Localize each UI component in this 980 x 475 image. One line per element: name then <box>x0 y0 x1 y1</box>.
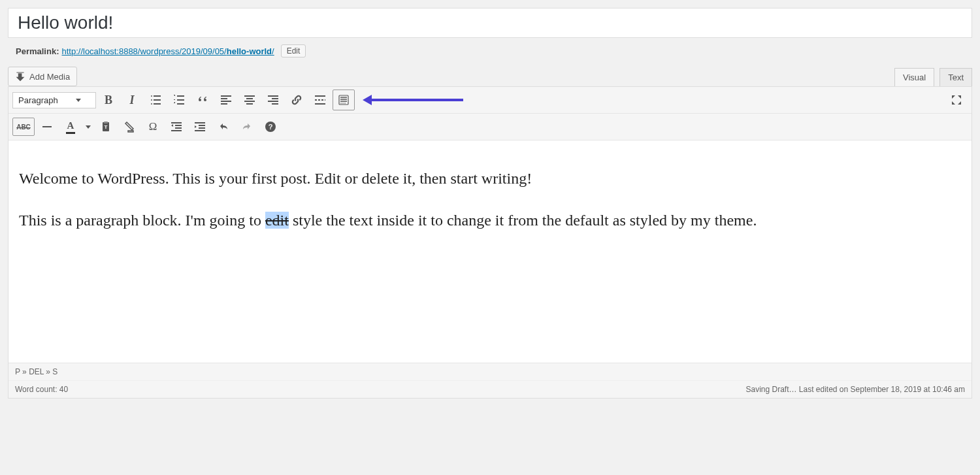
svg-text:T: T <box>105 124 108 130</box>
align-right-button[interactable] <box>262 90 284 110</box>
toolbar-toggle-button[interactable] <box>333 90 355 110</box>
content-paragraph-2: This is a paragraph block. I'm going to … <box>19 208 961 232</box>
paste-text-button[interactable]: T <box>95 116 117 137</box>
save-status: Saving Draft… Last edited on September 1… <box>745 385 965 394</box>
svg-point-1 <box>340 103 342 104</box>
strikethrough-button[interactable]: ABC <box>12 118 35 136</box>
permalink-label: Permalink: <box>16 46 59 56</box>
word-count: Word count: 40 <box>15 385 68 394</box>
permalink-trail: / <box>272 46 274 56</box>
add-media-label: Add Media <box>29 72 70 82</box>
tab-visual[interactable]: Visual <box>894 68 934 86</box>
permalink-link[interactable]: http://localhost:8888/wordpress/2019/09/… <box>61 46 274 56</box>
fullscreen-button[interactable] <box>945 90 968 110</box>
redo-button[interactable] <box>236 116 258 137</box>
p2-part-a: This is a paragraph block. I'm going to <box>19 212 265 229</box>
bold-button[interactable]: B <box>97 90 120 110</box>
align-center-button[interactable] <box>238 90 261 110</box>
link-button[interactable] <box>286 90 308 110</box>
editor-container: Paragraph B I ABC A T Ω ? <box>8 86 972 399</box>
align-left-button[interactable] <box>215 90 237 110</box>
content-paragraph-1: Welcome to WordPress. This is your first… <box>19 167 961 190</box>
media-tabs-row: Add Media Visual Text <box>8 67 972 86</box>
format-select[interactable]: Paragraph <box>12 92 96 108</box>
numbered-list-button[interactable] <box>168 90 190 110</box>
format-select-label: Paragraph <box>18 95 58 105</box>
permalink-slug: hello-world <box>227 46 272 56</box>
text-color-button[interactable]: A <box>59 116 82 137</box>
chevron-down-icon <box>76 99 81 102</box>
indent-button[interactable] <box>189 116 211 137</box>
status-bar: P » DEL » S Word count: 40 Saving Draft…… <box>8 363 972 398</box>
italic-button[interactable]: I <box>121 90 143 110</box>
media-icon <box>15 71 25 82</box>
bullet-list-button[interactable] <box>144 90 167 110</box>
outdent-button[interactable] <box>165 116 188 137</box>
horizontal-rule-button[interactable] <box>36 116 58 137</box>
svg-point-3 <box>344 103 346 104</box>
annotation-arrow <box>363 95 463 105</box>
edit-permalink-button[interactable]: Edit <box>281 44 306 57</box>
special-character-button[interactable]: Ω <box>142 116 164 137</box>
blockquote-button[interactable] <box>191 90 214 110</box>
element-path: P » DEL » S <box>15 367 57 376</box>
read-more-button[interactable] <box>309 90 331 110</box>
toolbar-primary: Paragraph B I <box>8 87 972 114</box>
title-container <box>8 8 972 38</box>
permalink-row: Permalink: http://localhost:8888/wordpre… <box>8 38 972 67</box>
p2-part-b: style the text inside it to change it fr… <box>289 212 757 229</box>
undo-button[interactable] <box>212 116 235 137</box>
add-media-button[interactable]: Add Media <box>8 67 77 86</box>
help-button[interactable]: ? <box>259 116 282 137</box>
p2-strike-selected: edit <box>265 212 289 229</box>
clear-formatting-button[interactable] <box>118 116 140 137</box>
svg-point-2 <box>342 103 344 104</box>
tab-text[interactable]: Text <box>939 68 972 86</box>
permalink-base: http://localhost:8888/wordpress/2019/09/… <box>61 46 226 56</box>
editor-tabs: Visual Text <box>894 68 972 86</box>
svg-text:?: ? <box>269 123 273 131</box>
svg-rect-0 <box>339 95 348 105</box>
editor-content[interactable]: Welcome to WordPress. This is your first… <box>8 140 972 363</box>
svg-rect-5 <box>104 122 108 123</box>
post-title-input[interactable] <box>18 12 962 33</box>
toolbar-secondary: ABC A T Ω ? <box>8 114 972 140</box>
text-color-dropdown[interactable] <box>83 116 93 137</box>
